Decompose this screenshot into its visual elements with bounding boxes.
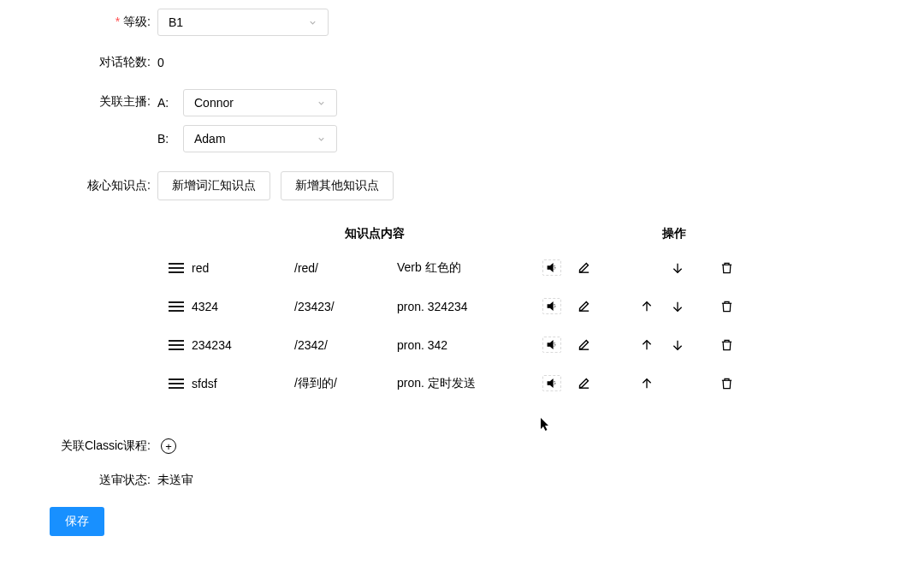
cell-description: pron. 342	[397, 338, 542, 352]
sound-icon[interactable]	[542, 259, 561, 276]
move-down-icon[interactable]	[671, 261, 684, 275]
table-row: 234234/2342/pron. 342	[161, 325, 760, 364]
edit-icon[interactable]	[577, 260, 591, 275]
cell-phonetic: /red/	[294, 261, 397, 275]
table-row: sfdsf/得到的/pron. 定时发送	[161, 364, 760, 402]
delete-icon[interactable]	[720, 261, 733, 275]
header-content: 知识点内容	[161, 226, 589, 241]
classic-label: 关联Classic课程:	[0, 438, 157, 454]
cell-description: Verb 红色的	[397, 260, 542, 276]
drag-handle-icon[interactable]	[161, 338, 192, 352]
table-header: 知识点内容 操作	[161, 219, 760, 248]
drag-handle-icon[interactable]	[161, 377, 192, 390]
sound-icon[interactable]	[542, 298, 561, 314]
core-label: 核心知识点:	[0, 178, 157, 194]
level-select[interactable]: B1	[157, 9, 329, 36]
sound-icon[interactable]	[542, 337, 561, 353]
host-b-value: Adam	[194, 132, 226, 146]
level-value: B1	[169, 15, 183, 29]
turns-label: 对话轮数:	[0, 55, 157, 70]
knowledge-table: 知识点内容 操作 red/red/Verb 红色的4324/23423/pron…	[161, 219, 760, 402]
drag-handle-icon[interactable]	[161, 300, 192, 313]
move-up-icon[interactable]	[640, 338, 654, 352]
edit-icon[interactable]	[577, 299, 591, 313]
svg-marker-14	[548, 341, 553, 349]
host-a-sublabel: A:	[157, 96, 173, 110]
cell-word: 4324	[192, 300, 294, 313]
move-down-icon[interactable]	[671, 338, 684, 352]
delete-icon[interactable]	[720, 377, 733, 390]
delete-icon[interactable]	[720, 300, 733, 313]
cell-phonetic: /23423/	[294, 300, 397, 313]
svg-marker-20	[548, 379, 553, 387]
add-vocab-button[interactable]: 新增词汇知识点	[157, 171, 270, 200]
level-label: 等级:	[0, 15, 157, 30]
header-action: 操作	[589, 226, 760, 241]
move-up-icon[interactable]	[640, 377, 654, 390]
edit-icon[interactable]	[577, 337, 591, 352]
svg-marker-8	[548, 302, 553, 310]
cell-phonetic: /得到的/	[294, 376, 397, 391]
status-value: 未送审	[157, 473, 193, 488]
table-row: 4324/23423/pron. 324234	[161, 287, 760, 325]
move-up-icon[interactable]	[640, 300, 654, 313]
move-down-icon[interactable]	[671, 300, 684, 313]
host-b-select[interactable]: Adam	[183, 125, 337, 152]
table-row: red/red/Verb 红色的	[161, 248, 760, 287]
chevron-down-icon	[317, 98, 326, 108]
host-a-select[interactable]: Connor	[183, 89, 337, 116]
cursor-icon	[541, 418, 551, 432]
cell-phonetic: /2342/	[294, 338, 397, 352]
host-b-sublabel: B:	[157, 132, 173, 146]
add-classic-button[interactable]	[161, 438, 176, 454]
status-label: 送审状态:	[0, 473, 157, 488]
chevron-down-icon	[308, 18, 317, 27]
delete-icon[interactable]	[720, 338, 733, 352]
drag-handle-icon[interactable]	[161, 261, 192, 275]
chevron-down-icon	[317, 134, 326, 144]
cell-word: sfdsf	[192, 377, 294, 390]
turns-value: 0	[157, 56, 164, 69]
cell-description: pron. 定时发送	[397, 376, 542, 391]
sound-icon[interactable]	[542, 375, 561, 391]
add-other-button[interactable]: 新增其他知识点	[281, 171, 394, 200]
edit-icon[interactable]	[577, 376, 591, 390]
save-button[interactable]: 保存	[50, 507, 104, 536]
hosts-label: 关联主播:	[0, 89, 157, 110]
cell-word: red	[192, 261, 294, 275]
cell-description: pron. 324234	[397, 300, 542, 313]
host-a-value: Connor	[194, 96, 234, 110]
cell-word: 234234	[192, 338, 294, 352]
svg-marker-3	[548, 264, 553, 271]
